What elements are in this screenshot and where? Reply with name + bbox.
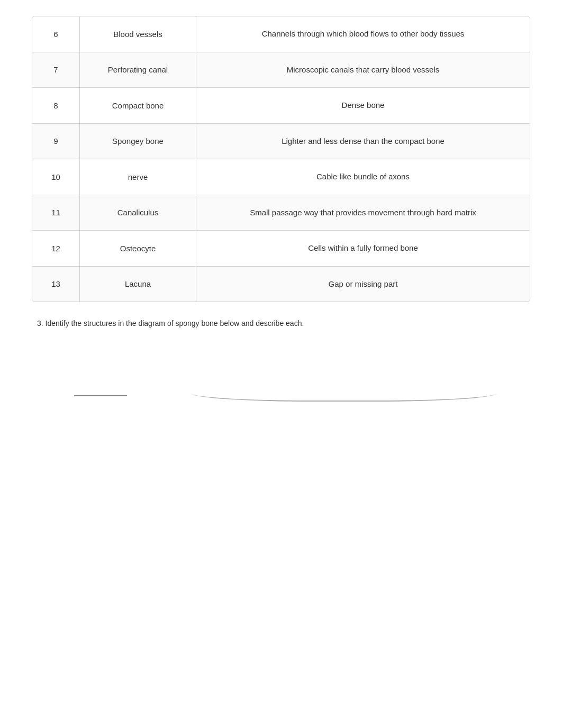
cell-description: Dense bone [196,88,530,123]
bone-table: 6Blood vesselsChannels through which blo… [32,16,530,302]
table-row: 13LacunaGap or missing part [32,267,530,302]
table-row: 6Blood vesselsChannels through which blo… [32,16,530,52]
question-3-text: 3. Identify the structures in the diagra… [32,319,530,327]
table-row: 12OsteocyteCells within a fully formed b… [32,231,530,267]
cell-number: 12 [32,231,80,266]
cell-description: Channels through which blood flows to ot… [196,16,530,52]
cell-number: 8 [32,88,80,123]
table-row: 10nerveCable like bundle of axons [32,159,530,195]
cell-description: Cable like bundle of axons [196,159,530,195]
cell-description: Small passage way that provides movement… [196,195,530,231]
cell-term: Canaliculus [80,195,196,231]
cell-term: Compact bone [80,88,196,123]
cell-description: Microscopic canals that carry blood vess… [196,52,530,88]
table-row: 11CanaliculusSmall passage way that prov… [32,195,530,231]
table-row: 9Spongey boneLighter and less dense than… [32,124,530,160]
cell-number: 11 [32,195,80,231]
cell-number: 9 [32,124,80,159]
cell-number: 7 [32,52,80,88]
diagram-curve [191,380,497,402]
cell-term: Blood vessels [80,16,196,52]
cell-term: Perforating canal [80,52,196,88]
diagram-area [32,343,530,502]
table-row: 8Compact boneDense bone [32,88,530,124]
cell-number: 10 [32,159,80,195]
cell-description: Gap or missing part [196,267,530,302]
cell-number: 13 [32,267,80,302]
diagram-line-left [74,395,127,396]
cell-number: 6 [32,16,80,52]
table-row: 7Perforating canalMicroscopic canals tha… [32,52,530,88]
cell-term: Spongey bone [80,124,196,159]
cell-term: nerve [80,159,196,195]
cell-term: Osteocyte [80,231,196,266]
cell-description: Cells within a fully formed bone [196,231,530,266]
cell-description: Lighter and less dense than the compact … [196,124,530,159]
cell-term: Lacuna [80,267,196,302]
